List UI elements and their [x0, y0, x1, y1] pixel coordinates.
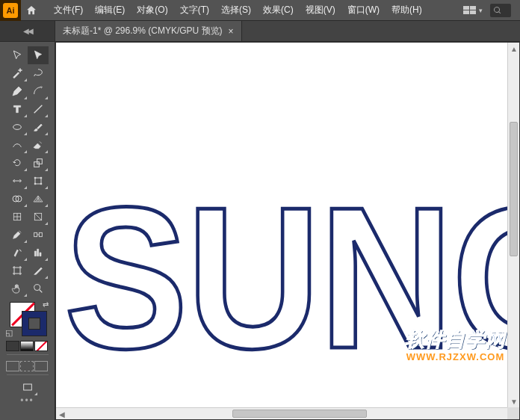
menu-help[interactable]: 帮助(H) — [386, 0, 428, 20]
color-mode-gradient[interactable] — [20, 341, 34, 351]
svg-rect-12 — [34, 232, 37, 236]
tool-panel: ⇄ ◱ ••• — [0, 42, 55, 420]
line-segment-tool[interactable] — [28, 100, 49, 118]
menu-select[interactable]: 选择(S) — [215, 0, 257, 20]
menu-view[interactable]: 视图(V) — [300, 0, 341, 20]
mesh-tool[interactable] — [7, 208, 28, 226]
separator — [7, 374, 49, 375]
separator — [7, 354, 49, 355]
scale-tool[interactable] — [28, 154, 49, 172]
close-tab-icon[interactable]: × — [229, 26, 234, 37]
scroll-corner — [507, 407, 519, 419]
stroke-inner-hole — [28, 318, 40, 330]
chevron-down-icon[interactable]: ▾ — [479, 7, 483, 14]
scroll-up-arrow-icon[interactable]: ▲ — [508, 43, 520, 55]
top-right-controls: ▾ — [463, 4, 520, 17]
svg-rect-1 — [34, 162, 39, 167]
top-menu-bar: Ai 文件(F) 编辑(E) 对象(O) 文字(T) 选择(S) 效果(C) 视… — [0, 0, 520, 21]
type-tool[interactable] — [7, 100, 28, 118]
tool-panel-header[interactable]: ◀◀ — [0, 21, 55, 42]
search-input[interactable] — [490, 4, 511, 17]
workspace: ⇄ ◱ ••• SUNG 软件自学网 WWW.RJZXW.COM — [0, 42, 520, 420]
svg-point-7 — [40, 183, 42, 185]
zoom-tool[interactable] — [28, 280, 49, 297]
screen-mode-area — [17, 378, 38, 396]
svg-point-5 — [40, 177, 42, 179]
watermark-title: 软件自学网 — [405, 327, 506, 353]
symbol-sprayer-tool[interactable] — [7, 244, 28, 262]
lasso-tool[interactable] — [28, 64, 49, 82]
svg-point-15 — [34, 285, 40, 291]
document-tabbar: 未标题-1* @ 296.9% (CMYK/GPU 预览) × — [55, 21, 520, 42]
draw-inside[interactable] — [34, 361, 48, 371]
width-tool[interactable] — [7, 172, 28, 190]
eyedropper-tool[interactable] — [7, 226, 28, 244]
artboard-tool[interactable] — [7, 262, 28, 280]
shaper-tool[interactable] — [7, 136, 28, 154]
collapse-chevrons-icon: ◀◀ — [23, 27, 32, 35]
fill-stroke-section: ⇄ ◱ — [7, 300, 49, 336]
hand-tool[interactable] — [7, 280, 28, 297]
color-mode-row — [6, 341, 49, 351]
perspective-grid-tool[interactable] — [28, 190, 49, 208]
svg-point-6 — [34, 183, 36, 185]
scroll-down-arrow-icon[interactable]: ▼ — [508, 395, 520, 407]
eraser-tool[interactable] — [28, 136, 49, 154]
tabbar-row: ◀◀ 未标题-1* @ 296.9% (CMYK/GPU 预览) × — [0, 21, 520, 42]
blend-tool[interactable] — [28, 226, 49, 244]
direct-selection-tool[interactable] — [28, 46, 49, 64]
svg-point-0 — [13, 125, 21, 130]
gradient-tool[interactable] — [28, 208, 49, 226]
default-fill-stroke-icon[interactable]: ◱ — [5, 328, 13, 338]
svg-point-4 — [34, 177, 36, 179]
menu-window[interactable]: 窗口(W) — [341, 0, 386, 20]
home-icon[interactable] — [21, 0, 42, 21]
edit-toolbar-icon[interactable]: ••• — [20, 398, 34, 404]
selection-tool[interactable] — [7, 46, 28, 64]
menu-edit[interactable]: 编辑(E) — [89, 0, 131, 20]
watermark: 软件自学网 WWW.RJZXW.COM — [405, 327, 506, 362]
svg-rect-14 — [14, 268, 20, 274]
menu-effect[interactable]: 效果(C) — [257, 0, 300, 20]
vertical-scroll-thumb[interactable] — [510, 122, 518, 256]
swap-fill-stroke-icon[interactable]: ⇄ — [43, 300, 49, 309]
rotate-tool[interactable] — [7, 154, 28, 172]
menu-object[interactable]: 对象(O) — [131, 0, 173, 20]
svg-rect-13 — [39, 232, 42, 236]
ellipse-tool[interactable] — [7, 118, 28, 136]
svg-rect-16 — [23, 384, 31, 390]
document-tab[interactable]: 未标题-1* @ 296.9% (CMYK/GPU 预览) × — [55, 21, 242, 41]
shape-builder-tool[interactable] — [7, 190, 28, 208]
draw-normal[interactable] — [6, 361, 19, 371]
horizontal-scroll-track[interactable] — [68, 408, 495, 419]
column-graph-tool[interactable] — [28, 244, 49, 262]
document-tab-title: 未标题-1* @ 296.9% (CMYK/GPU 预览) — [63, 25, 223, 37]
horizontal-scroll-thumb[interactable] — [232, 410, 367, 418]
curvature-tool[interactable] — [28, 82, 49, 100]
app-logo-text: Ai — [3, 3, 18, 18]
menubar: 文件(F) 编辑(E) 对象(O) 文字(T) 选择(S) 效果(C) 视图(V… — [48, 0, 428, 20]
menu-type[interactable]: 文字(T) — [174, 0, 215, 20]
scroll-left-arrow-icon[interactable]: ◀ — [56, 408, 68, 420]
menu-file[interactable]: 文件(F) — [48, 0, 89, 20]
free-transform-tool[interactable] — [28, 172, 49, 190]
svg-rect-2 — [37, 159, 42, 164]
magic-wand-tool[interactable] — [7, 64, 28, 82]
watermark-url: WWW.RJZXW.COM — [405, 351, 506, 362]
pen-tool[interactable] — [7, 82, 28, 100]
canvas[interactable]: SUNG 软件自学网 WWW.RJZXW.COM ▲ ▼ ◀ ▶ — [55, 42, 520, 420]
vertical-scrollbar[interactable]: ▲ ▼ — [507, 43, 519, 407]
svg-rect-3 — [35, 178, 41, 184]
stroke-color-swatch[interactable] — [22, 311, 47, 336]
draw-mode-row — [6, 361, 49, 371]
color-mode-none[interactable] — [34, 341, 48, 351]
color-mode-solid[interactable] — [6, 341, 19, 351]
tool-grid — [7, 46, 49, 297]
slice-tool[interactable] — [28, 262, 49, 280]
horizontal-scrollbar[interactable]: ◀ ▶ — [56, 407, 507, 419]
paintbrush-tool[interactable] — [28, 118, 49, 136]
vertical-scroll-track[interactable] — [508, 55, 519, 395]
draw-behind[interactable] — [20, 361, 34, 371]
screen-mode-button[interactable] — [17, 378, 38, 396]
workspace-switcher-icon[interactable] — [463, 6, 476, 14]
